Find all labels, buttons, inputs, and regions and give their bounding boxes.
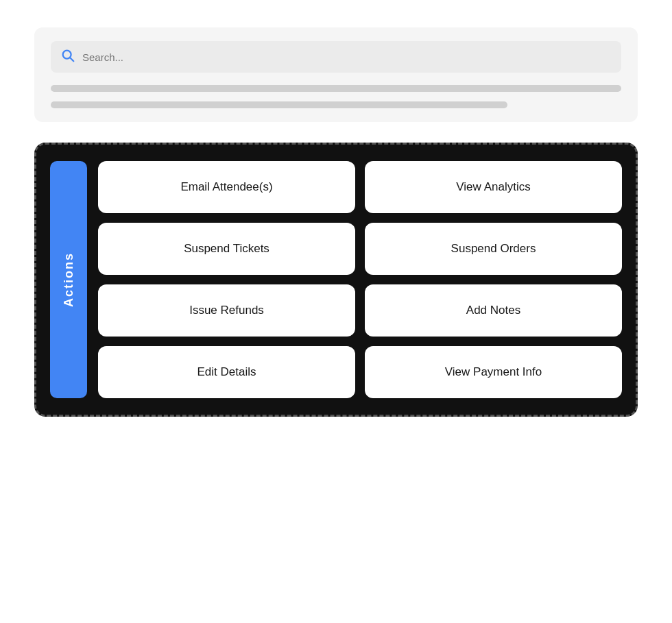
actions-panel: Actions Email Attendee(s) View Analytics… [34,143,638,417]
skeleton-line-1 [51,85,621,92]
search-icon [60,48,75,66]
suspend-orders-button[interactable]: Suspend Orders [365,223,622,275]
issue-refunds-button[interactable]: Issue Refunds [98,284,355,337]
edit-details-button[interactable]: Edit Details [98,346,355,398]
search-bar [51,41,621,73]
actions-label-text: Actions [62,252,76,307]
actions-label: Actions [50,161,87,398]
search-container [34,27,638,122]
search-input[interactable] [82,51,612,63]
email-attendees-button[interactable]: Email Attendee(s) [98,161,355,213]
svg-line-1 [70,58,73,61]
view-analytics-button[interactable]: View Analytics [365,161,622,213]
suspend-tickets-button[interactable]: Suspend Tickets [98,223,355,275]
add-notes-button[interactable]: Add Notes [365,284,622,337]
skeleton-line-2 [51,101,507,108]
actions-grid: Email Attendee(s) View Analytics Suspend… [98,161,622,398]
view-payment-info-button[interactable]: View Payment Info [365,346,622,398]
